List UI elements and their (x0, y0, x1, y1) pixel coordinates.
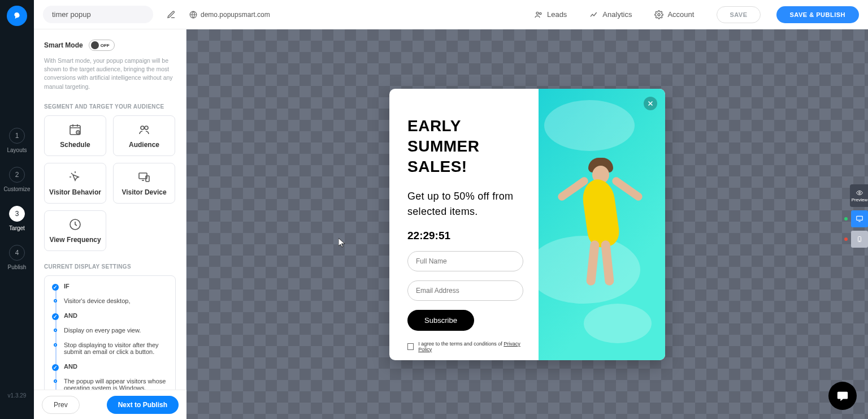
calendar-icon (68, 123, 83, 136)
panel-footer: Prev Next to Publish (34, 390, 186, 419)
smart-mode-toggle[interactable]: OFF (89, 40, 115, 51)
nav-analytics[interactable]: Analytics (589, 10, 632, 19)
next-button[interactable]: Next to Publish (107, 396, 179, 414)
version-label: v1.3.29 (8, 392, 27, 399)
popup-timer: 22:29:51 (407, 230, 526, 242)
card-visitor-behavior[interactable]: Visitor Behavior (44, 163, 106, 204)
svg-rect-4 (70, 126, 80, 135)
audience-icon (137, 123, 151, 136)
smart-mode-hint: With Smart mode, your popup campaign wil… (44, 57, 176, 91)
step-layouts[interactable]: 1Layouts (7, 128, 27, 153)
domain-label: demo.popupsmart.com (189, 11, 270, 19)
popup-preview: EARLY SUMMER SALES! Get up to 50% off fr… (389, 89, 665, 360)
smart-mode-label: Smart Mode (44, 41, 83, 49)
svg-point-7 (145, 126, 148, 129)
card-schedule[interactable]: Schedule (44, 115, 106, 156)
preview-toggle[interactable]: Preview (850, 184, 868, 207)
campaign-name-input[interactable] (43, 6, 153, 23)
save-button[interactable]: SAVE (717, 6, 760, 23)
left-rail: 1Layouts 2Customize 3Target 4Publish v1.… (0, 0, 34, 419)
cursor-click-icon (68, 170, 83, 184)
subscribe-button[interactable]: Subscribe (407, 310, 474, 331)
canvas-right-tabs: Preview (851, 184, 868, 248)
globe-icon (189, 11, 197, 19)
svg-rect-12 (857, 216, 863, 220)
chat-icon (836, 390, 849, 402)
leads-icon (534, 10, 543, 19)
card-visitor-device[interactable]: Visitor Device (113, 163, 175, 204)
eye-icon (855, 189, 864, 196)
mouse-cursor (338, 238, 345, 248)
target-panel: Smart Mode OFF With Smart mode, your pop… (34, 29, 186, 419)
card-audience[interactable]: Audience (113, 115, 175, 156)
popup-subheading: Get up to 50% off from selected items. (407, 189, 526, 219)
svg-point-11 (859, 192, 861, 193)
segment-title: SEGMENT AND TARGET YOUR AUDIENCE (44, 103, 176, 110)
current-settings-title: CURRENT DISPLAY SETTINGS (44, 264, 176, 270)
edit-campaign-icon[interactable] (163, 7, 179, 23)
close-icon[interactable] (644, 97, 657, 110)
svg-point-6 (141, 126, 144, 129)
consent-checkbox[interactable] (407, 343, 414, 350)
popup-heading: EARLY SUMMER SALES! (407, 116, 526, 178)
chat-fab[interactable] (828, 382, 857, 410)
analytics-icon (589, 10, 598, 19)
svg-point-2 (540, 12, 541, 14)
svg-point-14 (860, 241, 860, 241)
svg-point-1 (536, 12, 539, 14)
nav-account[interactable]: Account (654, 10, 694, 19)
gear-icon (654, 10, 663, 19)
save-publish-button[interactable]: SAVE & PUBLISH (776, 6, 859, 23)
nav-leads[interactable]: Leads (534, 10, 567, 19)
clock-icon (68, 218, 83, 231)
consent-row: I agree to the terms and conditions of P… (407, 341, 526, 352)
popup-image (539, 89, 665, 360)
card-view-frequency[interactable]: View Frequency (44, 210, 106, 251)
prev-button[interactable]: Prev (42, 396, 80, 414)
mobile-icon (856, 235, 863, 244)
device-mobile-tab[interactable] (851, 231, 868, 248)
devices-icon (137, 170, 151, 184)
svg-point-3 (658, 14, 660, 16)
desktop-icon (855, 215, 864, 223)
app-logo[interactable] (7, 6, 27, 26)
topbar: demo.popupsmart.com Leads Analytics Acco… (34, 0, 868, 29)
step-publish[interactable]: 4Publish (8, 245, 27, 270)
email-field[interactable] (407, 280, 523, 301)
step-target[interactable]: 3Target (9, 206, 25, 231)
device-desktop-tab[interactable] (851, 210, 868, 227)
name-field[interactable] (407, 251, 523, 271)
step-customize[interactable]: 2Customize (3, 167, 30, 192)
preview-canvas[interactable]: EARLY SUMMER SALES! Get up to 50% off fr… (186, 29, 868, 419)
